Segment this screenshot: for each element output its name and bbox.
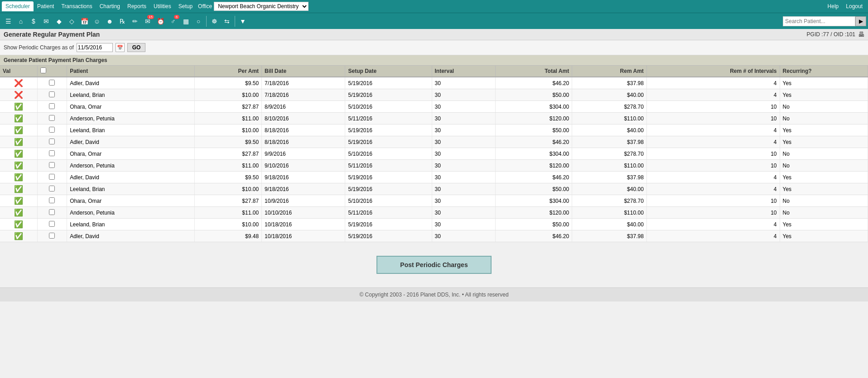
row-checkbox[interactable] — [49, 162, 55, 168]
row-checkbox[interactable] — [49, 221, 55, 227]
table-row: ✅ Adler, David $9.50 9/18/2016 5/19/2016… — [0, 172, 868, 183]
patient-name: Leeland, Brian — [67, 89, 195, 101]
nav-charting[interactable]: Charting — [96, 1, 124, 11]
col-per-amt: Per Amt — [195, 66, 262, 77]
bill-date: 9/9/2016 — [262, 148, 345, 160]
row-checkbox[interactable] — [49, 91, 55, 97]
bill-date: 10/18/2016 — [262, 230, 345, 242]
patient-name: Adler, David — [67, 230, 195, 242]
nav-patient[interactable]: Patient — [34, 1, 58, 11]
row-checkbox[interactable] — [49, 127, 55, 133]
nav-logout[interactable]: Logout — [842, 1, 866, 11]
chart-icon[interactable]: ▦ — [179, 15, 192, 28]
patients-icon[interactable]: ☸ — [208, 15, 221, 28]
nav-setup[interactable]: Setup — [175, 1, 196, 11]
tooth2-icon[interactable]: ◇ — [65, 15, 78, 28]
row-checkbox-cell — [37, 195, 67, 207]
globe-icon[interactable]: ♂ 6 — [167, 15, 179, 28]
home-icon[interactable]: ⌂ — [14, 15, 27, 28]
print-icon[interactable]: 🖶 — [858, 31, 864, 38]
row-checkbox-cell — [37, 77, 67, 89]
tooth-icon[interactable]: ◆ — [53, 15, 65, 28]
per-amt: $9.50 — [195, 136, 262, 148]
rx-icon[interactable]: ℞ — [116, 15, 129, 28]
interval: 30 — [432, 77, 496, 89]
nav-reports[interactable]: Reports — [124, 1, 150, 11]
total-amt: $304.00 — [496, 101, 572, 113]
setup-date: 5/11/2016 — [345, 160, 432, 172]
post-periodic-button[interactable]: Post Periodic Charges — [376, 256, 491, 274]
ok-icon: ✅ — [14, 232, 23, 240]
notes-icon[interactable]: ✏ — [129, 15, 141, 28]
bill-date: 10/18/2016 — [262, 219, 345, 230]
date-input[interactable] — [77, 43, 113, 52]
ok-icon: ✅ — [14, 209, 23, 216]
row-checkbox[interactable] — [49, 103, 55, 109]
clock-icon[interactable]: ⏰ — [154, 15, 167, 28]
row-checkbox[interactable] — [49, 209, 55, 215]
nav-utilities[interactable]: Utilities — [150, 1, 175, 11]
ledger-icon[interactable]: $ — [27, 15, 40, 28]
row-checkbox[interactable] — [49, 139, 55, 144]
add-patient-icon[interactable]: ☺ — [91, 15, 103, 28]
scheduler-icon[interactable]: ☰ — [2, 15, 14, 28]
dropdown-icon[interactable]: ▼ — [236, 15, 249, 28]
table-row: ❌ Adler, David $9.50 7/18/2016 5/19/2016… — [0, 77, 868, 89]
bill-date: 8/18/2016 — [262, 124, 345, 136]
email-icon[interactable]: ✉ 15 — [141, 15, 154, 28]
setup-date: 5/10/2016 — [345, 195, 432, 207]
interval: 30 — [432, 101, 496, 113]
rem-intervals: 4 — [646, 77, 780, 89]
per-amt: $10.00 — [195, 89, 262, 101]
table-row: ✅ Adler, David $9.48 10/18/2016 5/19/201… — [0, 230, 868, 242]
calendar-icon[interactable]: 📅 — [78, 15, 91, 28]
charges-table: Val Patient Per Amt Bill Date Setup Date… — [0, 66, 868, 242]
setup-date: 5/10/2016 — [345, 148, 432, 160]
rem-intervals: 10 — [646, 195, 780, 207]
rem-amt: $40.00 — [572, 124, 647, 136]
world-icon[interactable]: ○ — [192, 15, 205, 28]
recurring: No — [780, 160, 868, 172]
recurring: No — [780, 113, 868, 124]
table-row: ✅ Anderson, Petunia $11.00 8/10/2016 5/1… — [0, 113, 868, 124]
row-checkbox[interactable] — [49, 186, 55, 191]
row-checkbox[interactable] — [49, 80, 55, 86]
recurring: Yes — [780, 219, 868, 230]
nav-transactions[interactable]: Transactions — [58, 1, 96, 11]
recurring: No — [780, 101, 868, 113]
interval: 30 — [432, 207, 496, 219]
nav-help[interactable]: Help — [824, 1, 843, 11]
toolbar-divider-2 — [235, 16, 235, 27]
status-cell: ✅ — [0, 160, 37, 172]
row-checkbox-cell — [37, 124, 67, 136]
rem-intervals: 10 — [646, 148, 780, 160]
status-cell: ✅ — [0, 148, 37, 160]
row-checkbox[interactable] — [49, 115, 55, 121]
go-button[interactable]: GO — [127, 43, 146, 52]
office-select[interactable]: Newport Beach Organic Dentistry — [214, 2, 309, 11]
search-input[interactable] — [783, 16, 855, 26]
family-icon[interactable]: ☻ — [103, 15, 116, 28]
select-all-checkbox[interactable] — [40, 67, 46, 73]
row-checkbox-cell — [37, 207, 67, 219]
search-button[interactable]: ▶ — [855, 16, 866, 26]
interval: 30 — [432, 219, 496, 230]
table-row: ✅ Leeland, Brian $10.00 10/18/2016 5/19/… — [0, 219, 868, 230]
page-header: Generate Regular Payment Plan PGID :77 /… — [0, 29, 868, 40]
rem-amt: $278.70 — [572, 195, 647, 207]
calendar-button[interactable]: 📅 — [116, 43, 125, 52]
transfer-icon[interactable]: ⇆ — [221, 15, 233, 28]
row-checkbox[interactable] — [49, 174, 55, 180]
bill-date: 8/10/2016 — [262, 113, 345, 124]
row-checkbox[interactable] — [49, 150, 55, 156]
nav-scheduler[interactable]: Scheduler — [2, 1, 34, 11]
row-checkbox[interactable] — [49, 233, 55, 239]
row-checkbox[interactable] — [49, 197, 55, 203]
status-cell: ✅ — [0, 172, 37, 183]
interval: 30 — [432, 113, 496, 124]
clipboard-icon[interactable]: ✉ — [40, 15, 53, 28]
total-amt: $50.00 — [496, 89, 572, 101]
rem-intervals: 10 — [646, 101, 780, 113]
rem-amt: $37.98 — [572, 172, 647, 183]
total-amt: $50.00 — [496, 183, 572, 195]
